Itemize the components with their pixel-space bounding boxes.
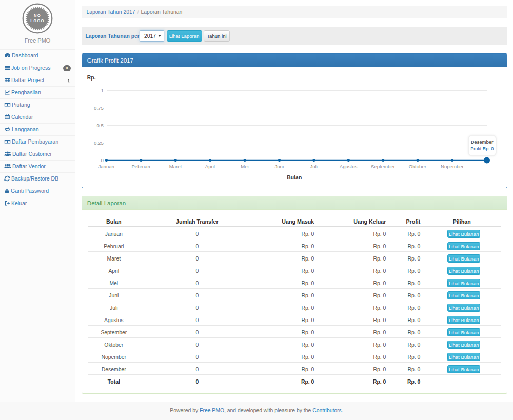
svg-text:LOGO: LOGO	[30, 18, 45, 23]
svg-text:NO: NO	[34, 13, 41, 18]
